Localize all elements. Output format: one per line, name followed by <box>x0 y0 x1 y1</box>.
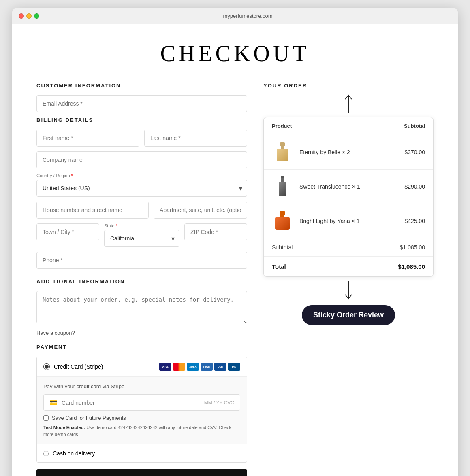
total-label: Total <box>272 263 286 270</box>
jcb-icon: JCB <box>214 363 226 371</box>
country-select[interactable]: United States (US) <box>36 180 247 197</box>
col-subtotal: Subtotal <box>404 123 425 129</box>
left-col: CUSTOMER INFORMATION BILLING DETAILS <box>36 83 247 476</box>
din-icon: DIN <box>228 363 240 371</box>
house-field[interactable] <box>36 202 149 219</box>
last-name-field[interactable] <box>144 130 247 147</box>
credit-card-option: Credit Card (Stripe) VISA AMEX DISC JCB … <box>37 357 247 376</box>
state-select[interactable]: California <box>104 230 179 247</box>
first-name-group <box>36 130 139 147</box>
product-img-orange <box>272 210 293 232</box>
arrow-up-icon <box>344 94 353 114</box>
product-info-1: Eternity by Belle × 2 <box>299 149 398 156</box>
credit-card-icon: 💳 <box>49 399 58 406</box>
subtotal-label: Subtotal <box>272 244 293 251</box>
product-price-2: $290.00 <box>404 183 425 190</box>
place-order-button[interactable]: 🔒 PLACE ORDER $2365.00 <box>36 469 247 476</box>
your-order-title: YOUR ORDER <box>263 83 434 89</box>
visa-icon: VISA <box>159 363 171 371</box>
stripe-form: Pay with your credit card via Stripe 💳 M… <box>37 376 247 444</box>
payment-title: PAYMENT <box>36 344 247 350</box>
cod-label: Cash on delivery <box>53 450 95 457</box>
main-layout: CUSTOMER INFORMATION BILLING DETAILS <box>36 83 434 476</box>
arrow-down-icon <box>344 280 353 300</box>
order-item: Sweet Translucence × 1 $290.00 <box>264 170 433 204</box>
coupon-link[interactable]: Have a coupon? <box>36 330 247 336</box>
expiry-cvv-label: MM / YY CVC <box>204 400 234 406</box>
browser-toolbar: myperfumestore.com <box>12 8 458 24</box>
total-value: $1,085.00 <box>398 263 425 270</box>
order-subtotal-row: Subtotal $1,085.00 <box>264 238 433 257</box>
apt-field[interactable] <box>154 202 247 219</box>
zip-field[interactable] <box>184 223 247 240</box>
product-price-3: $425.00 <box>404 218 425 224</box>
cod-option: Cash on delivery <box>37 444 247 462</box>
zip-group <box>184 223 247 240</box>
phone-field[interactable] <box>36 252 247 269</box>
billing-section: BILLING DETAILS Coun <box>36 117 247 269</box>
page-title: CHECKOUT <box>36 40 434 66</box>
house-group <box>36 202 149 219</box>
card-icons: VISA AMEX DISC JCB DIN <box>159 363 240 371</box>
name-row <box>36 130 247 151</box>
browser-url: myperfumestore.com <box>44 13 451 19</box>
email-field[interactable] <box>36 95 247 112</box>
payment-box: Credit Card (Stripe) VISA AMEX DISC JCB … <box>36 357 247 463</box>
credit-card-radio[interactable] <box>43 363 50 370</box>
order-total-row: Total $1,085.00 <box>264 257 433 276</box>
order-item: Eternity by Belle × 2 $370.00 <box>264 135 433 170</box>
order-header-row: Product Subtotal <box>264 117 433 135</box>
card-number-row: 💳 MM / YY CVC <box>43 394 240 411</box>
save-card-row: Save Card for Future Payments <box>43 415 240 421</box>
product-info-2: Sweet Translucence × 1 <box>299 183 398 190</box>
save-card-checkbox[interactable] <box>43 415 49 421</box>
customer-info-title: CUSTOMER INFORMATION <box>36 83 247 89</box>
dot-green[interactable] <box>34 13 39 19</box>
credit-card-label: Credit Card (Stripe) <box>54 363 103 370</box>
order-review-card: Product Subtotal Ete <box>263 117 434 277</box>
arrow-up <box>263 94 434 114</box>
subtotal-value: $1,085.00 <box>400 244 425 251</box>
test-mode-text: Test Mode Enabled: Use demo card 4242424… <box>43 424 240 438</box>
sticky-order-review-badge: Sticky Order Review <box>302 305 395 325</box>
last-name-group <box>144 130 247 147</box>
product-img-dark <box>272 176 293 197</box>
product-name-1: Eternity by Belle × 2 <box>299 149 350 155</box>
cod-radio[interactable] <box>43 451 49 456</box>
right-col: YOUR ORDER Product Subtotal <box>263 83 434 325</box>
product-img-gold <box>272 142 293 163</box>
bottle-orange <box>275 211 290 231</box>
product-name-3: Bright Light by Yana × 1 <box>299 218 360 224</box>
col-product: Product <box>272 123 292 129</box>
country-label: Country / Region * <box>36 173 247 178</box>
notes-field[interactable] <box>36 291 247 323</box>
billing-title: BILLING DETAILS <box>36 117 247 123</box>
additional-section: ADDITIONAL INFORMATION <box>36 278 247 325</box>
city-field[interactable] <box>36 223 99 240</box>
bottle-dark <box>278 176 286 197</box>
phone-group <box>36 252 247 269</box>
city-group <box>36 223 99 240</box>
browser-dots <box>19 13 39 19</box>
additional-title: ADDITIONAL INFORMATION <box>36 278 247 285</box>
product-info-3: Bright Light by Yana × 1 <box>299 217 398 225</box>
state-group: State * California ▾ <box>104 223 179 247</box>
browser-window: myperfumestore.com CHECKOUT CUSTOMER INF… <box>12 8 458 476</box>
first-name-field[interactable] <box>36 130 139 147</box>
apt-group <box>154 202 247 219</box>
country-group: Country / Region * United States (US) ▾ <box>36 173 247 197</box>
page-content: CHECKOUT CUSTOMER INFORMATION BILLING DE… <box>12 24 458 476</box>
payment-section: PAYMENT Credit Card (Stripe) VISA AMEX D… <box>36 344 247 476</box>
dot-yellow[interactable] <box>26 13 32 19</box>
product-name-2: Sweet Translucence × 1 <box>299 183 360 190</box>
card-number-field[interactable] <box>62 400 200 406</box>
dot-red[interactable] <box>19 13 24 19</box>
company-field[interactable] <box>36 151 247 168</box>
mc-icon <box>173 363 185 371</box>
state-select-wrapper: California ▾ <box>104 230 179 247</box>
order-item: Bright Light by Yana × 1 $425.00 <box>264 204 433 238</box>
notes-group <box>36 291 247 325</box>
customer-info-section: CUSTOMER INFORMATION <box>36 83 247 112</box>
disc-icon: DISC <box>201 363 213 371</box>
city-state-zip-row: State * California ▾ <box>36 223 247 252</box>
